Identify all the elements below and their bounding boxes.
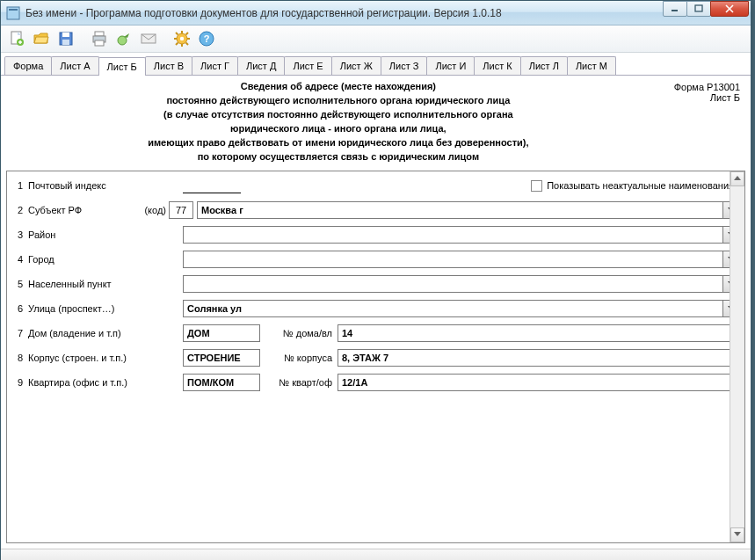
subject-code-input[interactable]: 77 [169,201,193,219]
house-type-input[interactable]: ДОМ [183,324,260,342]
heading-line: постоянно действующего исполнительного о… [11,94,665,108]
row-label: Дом (владение и т.п) [28,328,169,338]
form-sheet: Лист Б [674,92,740,103]
row-settlement: 5 Населенный пункт [12,275,739,294]
row-number: 8 [12,353,28,363]
svg-rect-14 [95,32,104,36]
row-apartment: 9 Квартира (офис и т.п.) ПОМ/КОМ № кварт… [12,374,739,392]
row-label: Город [28,254,169,265]
settlement-dropdown[interactable] [183,275,723,293]
open-folder-icon[interactable] [31,28,52,49]
row-number: 3 [12,229,28,240]
help-icon[interactable]: ? [196,28,217,49]
page-heading: Сведения об адресе (месте нахождения) по… [11,80,665,164]
row-street: 6 Улица (проспект…) Солянка ул [12,300,739,318]
row-number: 2 [12,205,28,215]
sub-label: № корпуса [264,353,338,363]
city-dropdown[interactable] [183,251,723,268]
row-number: 5 [12,279,28,289]
show-inactive-label: Показывать неактуальные наименования [547,180,734,191]
sub-label: № дома/вл [264,328,338,338]
form-code-block: Форма Р13001 Лист Б [665,80,740,164]
form-code: Форма Р13001 [674,82,740,92]
tabs-bar: Форма Лист А Лист Б Лист В Лист Г Лист Д… [1,53,751,76]
tab-list-v[interactable]: Лист В [145,56,192,75]
tab-list-i[interactable]: Лист И [426,56,475,75]
row-subject-rf: 2 Субъект РФ (код) 77 Москва г [12,201,739,220]
tab-list-d[interactable]: Лист Д [237,56,285,75]
building-type-input[interactable]: СТРОЕНИЕ [183,349,260,367]
subject-dropdown[interactable]: Москва г [197,201,723,219]
row-number: 1 [12,180,28,191]
show-inactive-checkbox[interactable] [531,180,542,192]
tab-list-m[interactable]: Лист М [567,56,616,75]
tab-list-g[interactable]: Лист Г [192,56,238,75]
svg-line-27 [176,43,178,46]
building-number-input[interactable]: 8, ЭТАЖ 7 [338,349,739,367]
tab-list-a[interactable]: Лист А [51,56,98,75]
svg-rect-13 [62,40,69,45]
svg-point-20 [180,37,184,40]
window-controls [664,1,749,18]
tab-list-k[interactable]: Лист К [474,56,520,75]
scroll-down-icon[interactable] [730,527,744,542]
app-icon [6,6,20,20]
row-number: 7 [12,328,28,338]
district-dropdown[interactable] [183,226,723,244]
svg-rect-3 [695,5,702,11]
sub-label: № кварт/оф [264,377,338,388]
tab-list-l[interactable]: Лист Л [520,56,568,75]
svg-marker-36 [734,176,741,180]
content-area: Сведения об адресе (месте нахождения) по… [1,76,751,549]
statusbar [1,549,751,560]
titlebar[interactable]: Без имени - Программа подготовки докумен… [1,1,751,25]
apartment-type-input[interactable]: ПОМ/КОМ [183,374,260,391]
tab-list-z[interactable]: Лист З [381,56,428,75]
save-icon[interactable] [55,28,76,49]
form-scroll-area: 1 Почтовый индекс Показывать неактуальны… [6,171,745,543]
settings-gear-icon[interactable] [171,28,192,49]
print-icon[interactable] [89,28,110,49]
row-number: 4 [12,254,28,265]
tab-list-b[interactable]: Лист Б [98,57,146,76]
application-window: Без имени - Программа подготовки докумен… [0,0,751,560]
heading-line: (в случае отсутствия постоянно действующ… [11,108,665,122]
svg-line-25 [176,33,178,35]
svg-rect-16 [95,40,104,46]
svg-rect-1 [9,9,18,11]
row-label: Субъект РФ [28,205,141,215]
tab-list-e[interactable]: Лист Е [284,56,331,75]
close-button[interactable] [710,1,749,17]
row-postal-index: 1 Почтовый индекс Показывать неактуальны… [12,177,739,195]
tab-forma[interactable]: Форма [4,56,52,75]
row-building: 8 Корпус (строен. и т.п.) СТРОЕНИЕ № кор… [12,349,739,367]
toolbar: ? [1,25,751,53]
tab-list-zh[interactable]: Лист Ж [331,56,381,75]
postal-index-input[interactable] [183,178,241,193]
svg-text:?: ? [204,33,210,44]
house-number-input[interactable]: 14 [338,324,739,342]
row-district: 3 Район [12,226,739,244]
new-doc-icon[interactable] [6,28,27,49]
svg-point-17 [118,36,127,45]
row-house: 7 Дом (владение и т.п) ДОМ № дома/вл 14 [12,324,739,343]
row-label: Район [28,229,169,240]
street-dropdown[interactable]: Солянка ул [183,300,723,317]
apartment-number-input[interactable]: 12/1А [338,374,739,391]
row-number: 6 [12,303,28,314]
export-icon[interactable] [113,28,134,49]
window-title: Без имени - Программа подготовки докумен… [25,7,664,19]
maximize-button[interactable] [686,1,711,17]
code-label: (код) [141,205,169,215]
row-label: Улица (проспект…) [28,303,169,314]
vertical-scrollbar[interactable] [730,171,744,542]
svg-marker-37 [734,532,741,536]
row-label: Почтовый индекс [28,180,169,191]
scroll-up-icon[interactable] [730,171,744,186]
row-number: 9 [12,377,28,388]
mail-icon[interactable] [138,28,159,49]
row-label: Квартира (офис и т.п.) [28,377,169,388]
minimize-button[interactable] [663,1,687,17]
heading-line: по которому осуществляется связь с юриди… [11,150,665,164]
row-label: Корпус (строен. и т.п.) [28,353,169,363]
